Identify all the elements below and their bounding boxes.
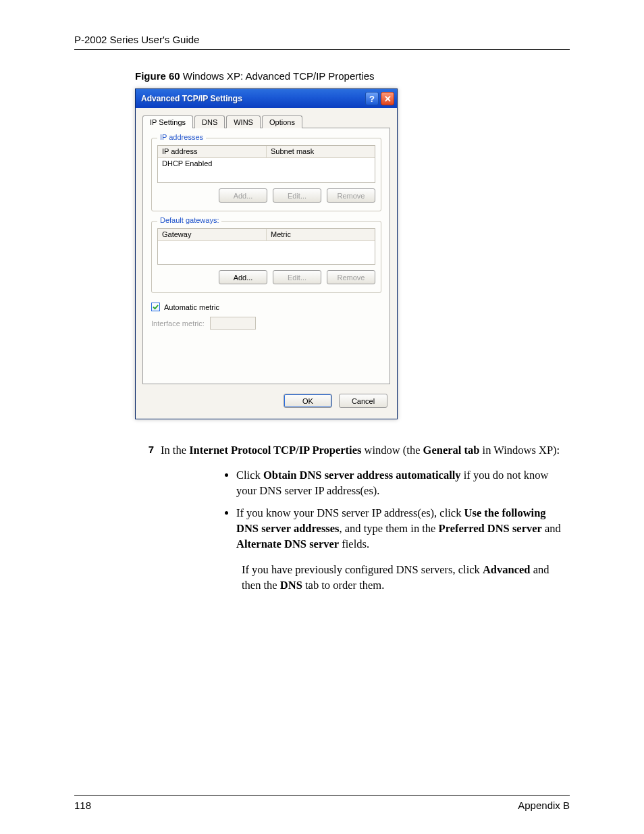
tab-options[interactable]: Options — [262, 115, 302, 128]
t: tab to order them. — [302, 579, 384, 592]
t: Internet Protocol TCP/IP Properties — [189, 444, 361, 457]
t: in Windows XP): — [479, 444, 560, 457]
t: fields. — [339, 538, 369, 550]
ip-edit-button[interactable]: Edit... — [273, 188, 321, 203]
body-text: 7 In the Internet Protocol TCP/IP Proper… — [74, 442, 570, 593]
bullet-a: Click Obtain DNS server address automati… — [236, 467, 570, 498]
page-footer: 118 Appendix B — [74, 795, 570, 811]
t: If you know your DNS server IP address(e… — [236, 506, 464, 519]
gw-button-row: Add... Edit... Remove — [157, 270, 375, 284]
t: and — [542, 522, 561, 535]
footer-rule — [74, 795, 570, 796]
t: Click — [236, 469, 263, 481]
tab-panel: IP addresses IP address Subnet mask DHCP… — [142, 128, 390, 384]
close-button[interactable]: ✕ — [381, 92, 394, 105]
ip-add-button[interactable]: Add... — [219, 188, 267, 203]
t: , and type them in the — [339, 522, 438, 535]
t: If you have previously configured DNS se… — [242, 563, 483, 576]
t: DNS — [280, 579, 302, 592]
cancel-button[interactable]: Cancel — [339, 394, 387, 408]
tab-strip: IP Settings DNS WINS Options — [142, 115, 390, 128]
header-rule — [74, 49, 570, 50]
t: In the — [161, 444, 189, 457]
gw-remove-button[interactable]: Remove — [327, 270, 375, 284]
group-ip-legend: IP addresses — [157, 133, 206, 141]
titlebar-text: Advanced TCP/IP Settings — [141, 94, 363, 103]
ip-button-row: Add... Edit... Remove — [157, 188, 375, 203]
tab-ip-settings[interactable]: IP Settings — [142, 115, 193, 128]
interface-metric-input — [210, 317, 256, 330]
ip-remove-button[interactable]: Remove — [327, 188, 375, 203]
dialog-footer: OK Cancel — [136, 384, 397, 419]
gw-list-header: Gateway Metric — [158, 229, 375, 241]
group-ip-addresses: IP addresses IP address Subnet mask DHCP… — [151, 138, 381, 211]
figure-label-rest: Windows XP: Advanced TCP/IP Properties — [180, 70, 375, 82]
gw-edit-button[interactable]: Edit... — [273, 270, 321, 284]
group-default-gateways: Default gateways: Gateway Metric Add... … — [151, 221, 381, 293]
ip-listbox[interactable]: IP address Subnet mask DHCP Enabled — [157, 145, 375, 183]
auto-metric-checkbox[interactable] — [151, 303, 160, 311]
group-gw-legend: Default gateways: — [157, 216, 221, 224]
dialog-body: IP Settings DNS WINS Options IP addresse… — [136, 108, 397, 384]
t: window (the — [361, 444, 423, 457]
bullet-b: If you know your DNS server IP address(e… — [236, 505, 570, 552]
interface-metric-row: Interface metric: — [151, 317, 381, 330]
t: Obtain DNS server address automatically — [263, 469, 461, 481]
close-icon: ✕ — [384, 94, 392, 104]
t: Advanced — [483, 563, 531, 576]
ip-col-address[interactable]: IP address — [158, 146, 267, 158]
page-header: P-2002 Series User's Guide — [74, 34, 570, 49]
titlebar[interactable]: Advanced TCP/IP Settings ? ✕ — [136, 89, 397, 108]
tab-dns[interactable]: DNS — [194, 115, 225, 128]
step-number: 7 — [142, 442, 154, 458]
ok-button[interactable]: OK — [284, 394, 332, 408]
t: General tab — [423, 444, 480, 457]
figure-caption: Figure 60 Windows XP: Advanced TCP/IP Pr… — [135, 70, 570, 82]
check-icon — [153, 304, 159, 310]
auto-metric-row: Automatic metric — [151, 303, 381, 311]
note-paragraph: If you have previously configured DNS se… — [242, 562, 570, 593]
ip-col-subnet[interactable]: Subnet mask — [267, 146, 375, 158]
gw-add-button[interactable]: Add... — [219, 270, 267, 284]
gw-col-gateway[interactable]: Gateway — [158, 229, 267, 241]
section-label: Appendix B — [518, 800, 570, 811]
bullet-list: Click Obtain DNS server address automati… — [236, 467, 570, 552]
gw-col-metric[interactable]: Metric — [267, 229, 375, 241]
xp-dialog: Advanced TCP/IP Settings ? ✕ IP Settings… — [135, 88, 398, 419]
step-text: In the Internet Protocol TCP/IP Properti… — [161, 442, 560, 458]
gw-listbox[interactable]: Gateway Metric — [157, 228, 375, 265]
ip-row-dhcp[interactable]: DHCP Enabled — [158, 158, 375, 169]
help-icon: ? — [369, 94, 375, 104]
step-7: 7 In the Internet Protocol TCP/IP Proper… — [142, 442, 570, 458]
t: Preferred DNS server — [439, 522, 542, 535]
page-number: 118 — [74, 800, 91, 811]
interface-metric-label: Interface metric: — [151, 319, 205, 328]
ip-list-header: IP address Subnet mask — [158, 146, 375, 158]
t: Alternate DNS server — [236, 538, 339, 550]
auto-metric-label: Automatic metric — [164, 303, 219, 311]
help-button[interactable]: ? — [365, 92, 379, 105]
metric-area: Automatic metric Interface metric: — [151, 303, 381, 330]
tab-wins[interactable]: WINS — [226, 115, 261, 128]
figure-label-bold: Figure 60 — [135, 70, 180, 82]
